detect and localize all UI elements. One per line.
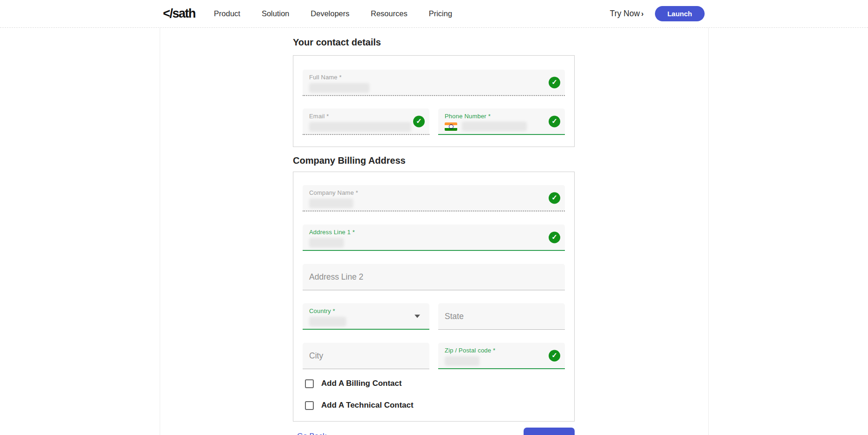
add-technical-contact-checkbox[interactable]	[305, 401, 314, 410]
top-nav: </sath Product Solution Developers Resou…	[0, 0, 868, 28]
add-technical-contact-row: Add A Technical Contact	[305, 401, 565, 410]
full-name-field[interactable]: Full Name *	[303, 70, 565, 96]
india-flag-icon	[445, 122, 457, 131]
zip-redacted-value	[445, 356, 479, 366]
country-redacted-value	[309, 317, 346, 326]
phone-number-field[interactable]: Phone Number *	[438, 109, 565, 135]
address-line-2-placeholder: Address Line 2	[309, 272, 363, 282]
nav-item-developers[interactable]: Developers	[311, 9, 349, 18]
state-field[interactable]: State	[438, 303, 565, 330]
zip-postal-code-label: Zip / Postal code *	[445, 347, 558, 354]
add-billing-contact-label: Add A Billing Contact	[321, 379, 402, 388]
valid-check-icon	[549, 192, 560, 204]
chevron-right-icon	[641, 10, 643, 18]
right-column-divider	[708, 28, 709, 435]
valid-check-icon	[413, 115, 425, 127]
zip-postal-code-field[interactable]: Zip / Postal code *	[438, 343, 565, 369]
form-footer: Go Back Checkout	[293, 428, 575, 435]
company-name-redacted-value	[309, 198, 353, 208]
company-name-field[interactable]: Company Name *	[303, 185, 565, 211]
go-back-link[interactable]: Go Back	[297, 432, 326, 435]
address-line-1-field[interactable]: Address Line 1 *	[303, 224, 565, 251]
email-field[interactable]: Email *	[303, 109, 429, 135]
city-placeholder: City	[309, 351, 323, 361]
country-select[interactable]: Country *	[303, 303, 429, 330]
state-placeholder: State	[445, 312, 464, 321]
try-now-link[interactable]: Try Now	[610, 9, 644, 19]
company-name-label: Company Name *	[309, 189, 558, 196]
full-name-label: Full Name *	[309, 74, 558, 81]
valid-check-icon	[549, 77, 560, 88]
valid-check-icon	[549, 231, 560, 243]
nav-item-pricing[interactable]: Pricing	[429, 9, 452, 18]
country-label: Country *	[309, 307, 423, 314]
phone-number-label: Phone Number *	[445, 113, 558, 120]
sath-logo[interactable]: </sath	[163, 6, 195, 21]
contact-section-title: Your contact details	[293, 37, 575, 48]
nav-item-product[interactable]: Product	[214, 9, 240, 18]
add-billing-contact-checkbox[interactable]	[305, 379, 314, 388]
launch-button[interactable]: Launch	[655, 6, 705, 21]
valid-check-icon	[549, 350, 560, 361]
valid-check-icon	[549, 115, 560, 127]
try-now-label: Try Now	[610, 9, 640, 19]
full-name-redacted-value	[309, 83, 369, 93]
phone-redacted-value	[462, 122, 527, 131]
email-label: Email *	[309, 113, 423, 120]
address-line-1-redacted-value	[309, 238, 344, 248]
checkout-button[interactable]: Checkout	[524, 428, 575, 435]
nav-item-resources[interactable]: Resources	[371, 9, 408, 18]
billing-address-card: Company Name * Address Line 1 * Address …	[293, 172, 575, 422]
add-billing-contact-row: Add A Billing Contact	[305, 379, 565, 388]
email-redacted-value	[309, 122, 411, 132]
checkout-form: Your contact details Full Name * Email *…	[293, 28, 575, 435]
dropdown-arrow-icon	[415, 314, 420, 318]
address-line-2-field[interactable]: Address Line 2	[303, 264, 565, 290]
add-technical-contact-label: Add A Technical Contact	[321, 401, 414, 410]
left-column-divider	[160, 28, 160, 435]
city-field[interactable]: City	[303, 343, 429, 369]
nav-item-solution[interactable]: Solution	[262, 9, 290, 18]
contact-details-card: Full Name * Email * Phone Number *	[293, 55, 575, 147]
address-line-1-label: Address Line 1 *	[309, 229, 558, 236]
billing-section-title: Company Billing Address	[293, 155, 575, 166]
